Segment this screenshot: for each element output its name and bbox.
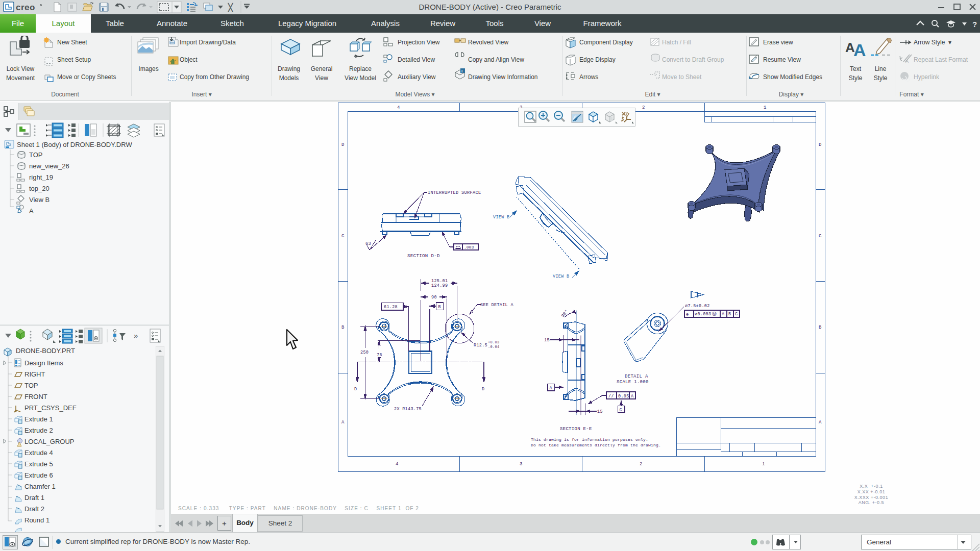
svg-text:Design Items: Design Items <box>24 359 63 367</box>
svg-text:2X R143.75: 2X R143.75 <box>394 407 422 412</box>
svg-text:SECTION E-E: SECTION E-E <box>560 427 592 432</box>
svg-text:+0.03: +0.03 <box>488 340 500 344</box>
svg-text:90: 90 <box>431 295 437 300</box>
svg-text:Extrude 2: Extrude 2 <box>24 427 53 434</box>
svg-text:D: D <box>341 142 344 147</box>
svg-text:A: A <box>853 40 866 58</box>
svg-text:B: B <box>728 312 731 317</box>
svg-text:VIEW B: VIEW B <box>493 215 509 220</box>
svg-text:View B: View B <box>29 196 50 204</box>
svg-text:63: 63 <box>365 241 371 246</box>
svg-text:SEE DETAIL A: SEE DETAIL A <box>480 303 513 308</box>
svg-text:C: C <box>735 312 738 317</box>
svg-text:INTERRUPTED SURFACE: INTERRUPTED SURFACE <box>428 190 481 195</box>
svg-text:⊕: ⊕ <box>686 312 689 317</box>
svg-text:D: D <box>819 142 821 147</box>
svg-text:Extrude 5: Extrude 5 <box>24 460 53 468</box>
svg-text:.003: .003 <box>464 245 474 249</box>
svg-text:Extrude 4: Extrude 4 <box>24 449 53 457</box>
svg-text:C: C <box>819 234 822 239</box>
svg-text:250: 250 <box>360 350 369 355</box>
svg-text:A: A <box>722 312 725 317</box>
svg-text:»: » <box>134 331 138 340</box>
svg-text:4: 4 <box>396 462 398 467</box>
svg-text:15: 15 <box>597 409 603 414</box>
svg-text:B: B <box>819 325 822 330</box>
svg-text:2: 2 <box>642 105 645 110</box>
svg-text:D: D <box>354 387 357 392</box>
svg-text:A: A <box>819 420 822 425</box>
svg-text:top_20: top_20 <box>29 185 50 192</box>
svg-text:A: A <box>631 394 634 399</box>
svg-text:C: C <box>341 234 345 239</box>
svg-text:Chamfer 1: Chamfer 1 <box>24 483 56 490</box>
svg-text:PRT_CSYS_DEF: PRT_CSYS_DEF <box>24 404 77 412</box>
svg-text:3: 3 <box>520 462 522 467</box>
svg-text:2: 2 <box>640 462 642 467</box>
svg-text:TOP: TOP <box>24 382 38 389</box>
svg-text:-0.04: -0.04 <box>488 345 500 349</box>
svg-text:DETAIL A: DETAIL A <box>625 374 648 379</box>
svg-text:1: 1 <box>764 105 766 110</box>
svg-text:A: A <box>905 59 909 64</box>
svg-text:SECTION D-D: SECTION D-D <box>407 254 440 259</box>
svg-text:4: 4 <box>397 105 400 110</box>
svg-text:Round 1: Round 1 <box>24 516 50 524</box>
svg-text:Extrude 1: Extrude 1 <box>24 415 53 423</box>
svg-text:D: D <box>482 387 484 392</box>
svg-text:R12.5: R12.5 <box>474 343 487 348</box>
svg-text:LOCAL_GROUP: LOCAL_GROUP <box>24 438 75 445</box>
svg-text:75: 75 <box>377 353 382 358</box>
svg-text:Extrude 6: Extrude 6 <box>24 471 53 479</box>
svg-text:B: B <box>341 325 345 330</box>
svg-text:C: C <box>620 408 622 413</box>
svg-text://: // <box>608 394 614 399</box>
svg-text:A: A <box>341 420 345 425</box>
svg-text:Ⓜ: Ⓜ <box>712 312 717 317</box>
svg-text:A: A <box>29 207 34 215</box>
svg-text:Sheet 1 (Body) of DRONE-BODY.D: Sheet 1 (Body) of DRONE-BODY.DRW <box>17 141 132 148</box>
svg-text:TOP: TOP <box>29 151 43 159</box>
svg-text:DRONE-BODY.PRT: DRONE-BODY.PRT <box>16 347 75 355</box>
svg-text:124.99: 124.99 <box>431 283 448 288</box>
svg-text:98°: 98° <box>560 309 570 318</box>
svg-text:right_19: right_19 <box>29 173 53 181</box>
svg-text:⌀7.5±0.02: ⌀7.5±0.02 <box>685 304 710 309</box>
svg-text:15: 15 <box>544 338 550 343</box>
svg-text:Do not take measurements direc: Do not take measurements directly from t… <box>531 443 661 447</box>
svg-text:Draft 2: Draft 2 <box>24 505 44 513</box>
svg-text:A: A <box>550 386 553 391</box>
svg-text:Draft 1: Draft 1 <box>24 494 44 502</box>
svg-text:RIGHT: RIGHT <box>24 370 45 378</box>
svg-text:new_view_26: new_view_26 <box>29 162 69 170</box>
svg-text:1: 1 <box>762 462 765 467</box>
svg-text:VIEW B: VIEW B <box>553 274 569 279</box>
svg-text:SCALE 1.000: SCALE 1.000 <box>617 380 649 385</box>
svg-text:⌀0.003: ⌀0.003 <box>695 312 711 317</box>
svg-text:FRONT: FRONT <box>24 393 47 400</box>
svg-text:i: i <box>461 69 462 73</box>
svg-text:61.28: 61.28 <box>384 305 398 310</box>
svg-text:This drawing is for informatio: This drawing is for information purposes… <box>531 437 648 442</box>
svg-text:0.05: 0.05 <box>618 394 629 399</box>
svg-text:B: B <box>438 305 441 310</box>
